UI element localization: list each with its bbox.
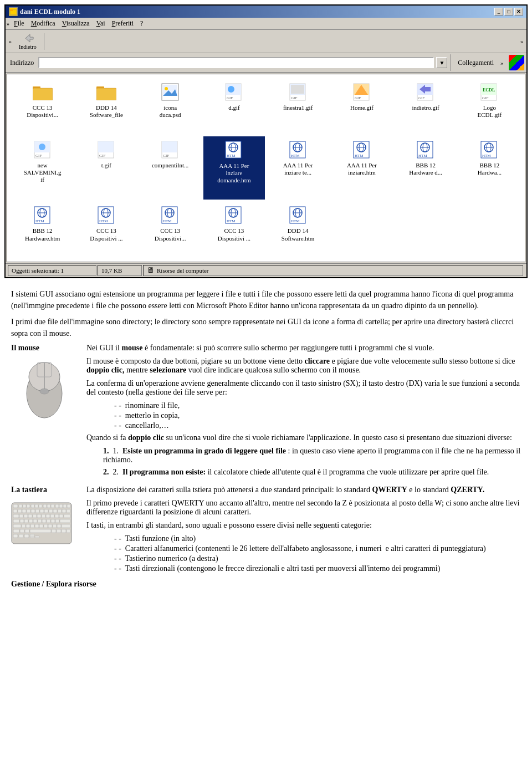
list-item[interactable]: HTM BBB 12Hardware.htm — [12, 202, 73, 257]
keyboard-section-right: La disposizione dei caratteri sulla tsti… — [86, 486, 521, 574]
address-go-button[interactable]: ▼ — [436, 57, 447, 68]
svg-rect-148 — [60, 519, 70, 523]
file-name: AAA 11 Perinziare.htm — [347, 162, 377, 176]
svg-rect-151 — [26, 524, 30, 528]
gif-icon: ECDL GIF — [478, 81, 500, 103]
maximize-button[interactable]: □ — [504, 8, 513, 16]
list-item[interactable]: HTM AAA 11 Perinziare.htm — [331, 136, 392, 200]
svg-rect-137 — [64, 514, 70, 518]
svg-rect-147 — [55, 519, 59, 523]
file-name: CCC 13Dispositivi ... — [90, 227, 122, 242]
list-item[interactable]: HTM CCC 13Dispositivi ... — [75, 202, 137, 257]
svg-rect-105 — [39, 504, 42, 508]
menu-overflow-arrow: » — [6, 19, 11, 28]
list-item[interactable]: HTM AAA 11 Perinziare te... — [267, 136, 329, 200]
svg-rect-139 — [20, 519, 24, 523]
menu-modifica[interactable]: Modifica — [28, 18, 59, 29]
svg-text:GIF: GIF — [227, 96, 233, 100]
menu-vai[interactable]: Vai — [93, 18, 109, 29]
svg-text:HTM: HTM — [291, 154, 300, 158]
mouse-section: Il mouse Nei GUI il mouse è fondamentale… — [0, 344, 532, 480]
svg-rect-117 — [31, 509, 35, 513]
collegamenti-button[interactable]: Collegamenti — [454, 58, 497, 68]
svg-rect-141 — [29, 519, 33, 523]
file-name: CCC 13Dispositivi... — [155, 227, 186, 242]
menu-file[interactable]: File — [11, 18, 28, 29]
file-name: BBB 12Hardwa... — [478, 162, 502, 176]
svg-rect-38 — [98, 141, 114, 152]
svg-point-97 — [40, 389, 49, 394]
mouse-para4: Quando si fa doppio clic su un'icona vuo… — [86, 433, 521, 442]
svg-rect-171 — [30, 536, 34, 538]
list-item[interactable]: HTM DDD 14Software.htm — [267, 202, 329, 257]
list-item[interactable]: GIF compnentilnt... — [140, 136, 201, 200]
svg-point-35 — [39, 144, 45, 150]
svg-rect-155 — [44, 524, 48, 528]
svg-rect-124 — [62, 509, 66, 513]
list-item[interactable]: HTM BBB 12Hardwa... — [459, 136, 520, 200]
svg-rect-145 — [47, 519, 50, 523]
list-item[interactable]: GIF finestra1.gif — [267, 79, 329, 134]
svg-rect-131 — [37, 514, 41, 518]
svg-rect-111 — [63, 504, 66, 508]
svg-rect-160 — [13, 529, 19, 533]
htm-icon: HTM — [159, 204, 181, 226]
file-name: DDD 14Software.htm — [282, 227, 315, 242]
list-item[interactable]: GIF d.gif — [203, 79, 265, 134]
svg-rect-5 — [33, 88, 53, 100]
svg-rect-1 — [10, 9, 13, 11]
svg-text:GIF: GIF — [35, 154, 42, 158]
svg-rect-133 — [46, 514, 50, 518]
svg-text:HTM: HTM — [227, 219, 236, 223]
list-item[interactable]: GIF t.gif — [75, 136, 137, 200]
list-item[interactable]: GIF indietro.gif — [395, 79, 457, 134]
minimize-button[interactable]: _ — [494, 8, 503, 16]
svg-rect-121 — [49, 509, 53, 513]
list-item[interactable]: DDD 14Software_file — [75, 79, 137, 134]
list-item[interactable]: HTM CCC 13Dispositivi... — [140, 202, 201, 257]
file-name: t.gif — [101, 162, 111, 169]
address-label: Indirizzo — [8, 58, 36, 68]
list-item[interactable]: ECDL GIF Logo ECDL.gif — [459, 79, 520, 134]
menu-help[interactable]: ? — [137, 18, 146, 29]
svg-text:HTM: HTM — [355, 154, 364, 158]
svg-text:HTM: HTM — [99, 219, 108, 223]
list-item: - - Tasti direzionali (contengono le fre… — [114, 564, 521, 573]
list-item[interactable]: HTM BBB 12Hardware d... — [395, 136, 457, 200]
gif-icon: GIF — [95, 139, 117, 161]
menu-visualizza[interactable]: Visualizza — [59, 18, 93, 29]
htm-icon: HTM — [415, 139, 437, 161]
list-item: - - rinominare il file, — [114, 401, 521, 410]
svg-rect-112 — [67, 504, 70, 508]
list-item[interactable]: GIF newSALVEMINI.gif — [12, 136, 73, 200]
list-item: - - cancellarlo,… — [114, 421, 521, 430]
list-item[interactable]: GIF Home.gif — [331, 79, 392, 134]
svg-rect-156 — [48, 524, 52, 528]
svg-text:HTM: HTM — [163, 219, 172, 223]
intro-paragraph: I sistemi GUI associano ogni estensione … — [11, 288, 521, 312]
list-item[interactable]: HTM AAA 11 Perinziaredomande.htm — [203, 136, 265, 200]
file-name: AAA 11 Perinziaredomande.htm — [216, 162, 252, 185]
file-grid-container: CCC 13Dispositivi... DDD 14Software_file — [6, 74, 526, 262]
file-name: compnentilnt... — [152, 162, 188, 169]
status-objects: Oggetti selezionati: 1 — [8, 265, 96, 276]
svg-rect-162 — [25, 529, 29, 533]
list-item[interactable]: CCC 13Dispositivi... — [12, 79, 73, 134]
close-button[interactable]: ✕ — [514, 8, 523, 16]
keyboard-section: La tastiera — [0, 486, 532, 574]
svg-rect-146 — [51, 519, 55, 523]
toolbar-right-overflow: » — [519, 37, 524, 45]
list-item[interactable]: HTM CCC 13Dispositivi ... — [203, 202, 265, 257]
svg-text:HTM: HTM — [418, 154, 427, 158]
mouse-section-heading: Il mouse — [11, 344, 39, 353]
keyboard-para2: Il primo prevede i caratteri QWERTY uno … — [86, 499, 521, 517]
list-item[interactable]: iconaduca.psd — [140, 79, 201, 134]
svg-text:GIF: GIF — [418, 96, 424, 100]
svg-rect-165 — [57, 529, 61, 533]
address-input[interactable] — [38, 57, 434, 68]
status-size: 10,7 KB — [98, 265, 142, 276]
back-button[interactable]: Indietro — [15, 31, 40, 52]
svg-rect-104 — [35, 504, 38, 508]
svg-rect-167 — [66, 529, 70, 533]
menu-preferiti[interactable]: Preferiti — [109, 18, 137, 29]
